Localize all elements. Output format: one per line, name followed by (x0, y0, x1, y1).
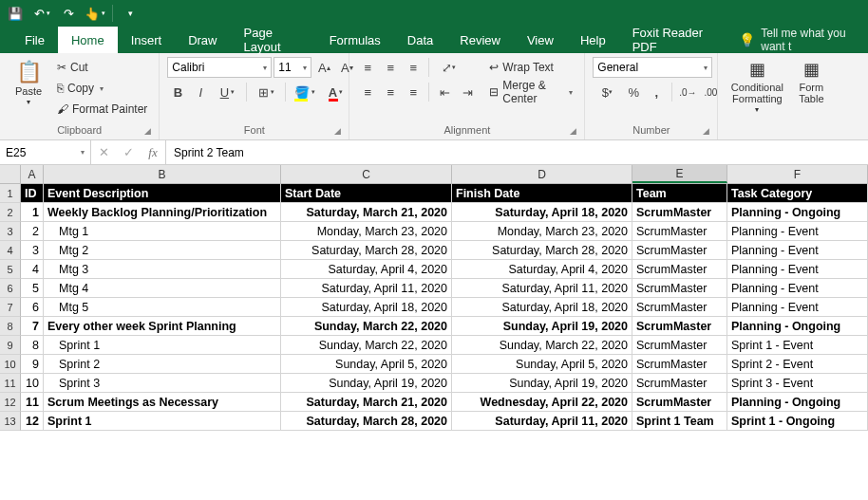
cell[interactable]: Sprint 1 - Event (727, 336, 868, 355)
cell[interactable]: Mtg 1 (44, 222, 281, 241)
align-bottom-button[interactable]: ≡ (403, 57, 424, 78)
cell[interactable]: Scrum Meetings as Necessary (44, 393, 281, 412)
cancel-formula-button[interactable]: ✕ (91, 142, 116, 163)
cell[interactable]: ScrumMaster (632, 298, 727, 317)
cell[interactable]: Saturday, March 21, 2020 (281, 393, 452, 412)
cell[interactable]: ScrumMaster (632, 203, 727, 222)
font-size-combo[interactable]: 11▾ (274, 57, 311, 78)
format-table-button[interactable]: ▦ Form Table (792, 57, 830, 108)
row-header[interactable]: 5 (0, 260, 21, 279)
cell[interactable]: Planning - Event (727, 298, 868, 317)
tab-file[interactable]: File (11, 27, 58, 53)
col-header-f[interactable]: F (727, 165, 868, 183)
align-top-button[interactable]: ≡ (357, 57, 378, 78)
format-painter-button[interactable]: 🖌Format Painter (53, 99, 151, 120)
increase-decimal-button[interactable]: .0→ (677, 82, 698, 102)
cell[interactable]: Saturday, March 28, 2020 (452, 241, 632, 260)
formula-input[interactable]: Sprint 2 Team (166, 140, 868, 164)
cell[interactable]: Planning - Event (727, 260, 868, 279)
cell[interactable]: Saturday, April 11, 2020 (281, 279, 452, 298)
cell[interactable]: Saturday, March 21, 2020 (281, 203, 452, 222)
percent-button[interactable]: % (623, 82, 644, 102)
tab-view[interactable]: View (514, 27, 567, 53)
cell[interactable]: ScrumMaster (632, 317, 727, 336)
tab-help[interactable]: Help (567, 27, 619, 53)
cell[interactable]: Sprint 3 (44, 374, 281, 393)
cell[interactable]: ScrumMaster (632, 241, 727, 260)
row-header[interactable]: 12 (0, 393, 21, 412)
align-right-button[interactable]: ≡ (403, 82, 424, 102)
cell[interactable]: 7 (21, 317, 44, 336)
row-header[interactable]: 13 (0, 412, 21, 431)
paste-button[interactable]: 📋 Paste ▾ (8, 57, 49, 111)
row-header[interactable]: 3 (0, 222, 21, 241)
cell[interactable]: Every other week Sprint Planning (44, 317, 281, 336)
tell-me-search[interactable]: 💡 Tell me what you want t (729, 27, 868, 53)
border-button[interactable]: ⊞▾ (252, 82, 280, 102)
cell[interactable]: Finish Date (452, 184, 632, 203)
row-header[interactable]: 8 (0, 317, 21, 336)
increase-font-button[interactable]: A▴ (313, 57, 334, 78)
underline-button[interactable]: U▾ (213, 82, 241, 102)
align-middle-button[interactable]: ≡ (380, 57, 401, 78)
row-header[interactable]: 1 (0, 184, 21, 203)
row-header[interactable]: 7 (0, 298, 21, 317)
tab-draw[interactable]: Draw (175, 27, 230, 53)
cell[interactable]: Saturday, April 4, 2020 (452, 260, 632, 279)
cell[interactable]: 5 (21, 279, 44, 298)
merge-center-button[interactable]: ⊟Merge & Center▾ (485, 82, 576, 102)
cell[interactable]: ScrumMaster (632, 355, 727, 374)
col-header-b[interactable]: B (44, 165, 281, 183)
name-box[interactable]: E25▾ (0, 140, 91, 164)
cell[interactable]: Sprint 3 - Event (727, 374, 868, 393)
undo-button[interactable]: ↶▾ (30, 2, 53, 25)
enter-formula-button[interactable]: ✓ (116, 142, 141, 163)
orientation-button[interactable]: ⤢▾ (434, 57, 462, 78)
row-header[interactable]: 2 (0, 203, 21, 222)
cell[interactable]: Sunday, April 5, 2020 (281, 355, 452, 374)
cell[interactable]: Saturday, March 28, 2020 (281, 412, 452, 431)
cell[interactable]: Sprint 2 - Event (727, 355, 868, 374)
cell[interactable]: 2 (21, 222, 44, 241)
tab-insert[interactable]: Insert (118, 27, 176, 53)
decrease-indent-button[interactable]: ⇤ (434, 82, 455, 102)
cell[interactable]: Task Category (727, 184, 868, 203)
save-button[interactable]: 💾 (4, 2, 27, 25)
tab-data[interactable]: Data (394, 27, 446, 53)
cell[interactable]: Planning - Event (727, 222, 868, 241)
cell[interactable]: Mtg 4 (44, 279, 281, 298)
cell[interactable]: ID (21, 184, 44, 203)
cell[interactable]: ScrumMaster (632, 279, 727, 298)
cell[interactable]: Saturday, April 18, 2020 (281, 298, 452, 317)
cell[interactable]: Sprint 1 (44, 336, 281, 355)
cell[interactable]: Team (632, 184, 727, 203)
cell[interactable]: Sprint 1 Team (632, 412, 727, 431)
cut-button[interactable]: ✂Cut (53, 57, 151, 78)
tab-formulas[interactable]: Formulas (316, 27, 394, 53)
cell[interactable]: Sunday, March 22, 2020 (281, 317, 452, 336)
cell[interactable]: Mtg 3 (44, 260, 281, 279)
cell[interactable]: ScrumMaster (632, 222, 727, 241)
dialog-launcher[interactable]: ◢ (334, 126, 341, 136)
tab-review[interactable]: Review (446, 27, 514, 53)
align-center-button[interactable]: ≡ (380, 82, 401, 102)
cell[interactable]: 3 (21, 241, 44, 260)
cell[interactable]: Sunday, March 22, 2020 (452, 336, 632, 355)
cell[interactable]: ScrumMaster (632, 260, 727, 279)
font-name-combo[interactable]: Calibri▾ (167, 57, 272, 78)
touch-mode-button[interactable]: 👆▾ (84, 2, 106, 25)
tab-home[interactable]: Home (58, 27, 118, 53)
cell[interactable]: ScrumMaster (632, 336, 727, 355)
cell[interactable]: Sprint 1 - Ongoing (727, 412, 868, 431)
cell[interactable]: Saturday, April 11, 2020 (452, 412, 632, 431)
cell[interactable]: Monday, March 23, 2020 (452, 222, 632, 241)
cell[interactable]: Sunday, April 19, 2020 (452, 317, 632, 336)
cell[interactable]: 11 (21, 393, 44, 412)
cell[interactable]: 12 (21, 412, 44, 431)
accounting-format-button[interactable]: $▾ (593, 82, 621, 102)
col-header-a[interactable]: A (21, 165, 44, 183)
italic-button[interactable]: I (190, 82, 211, 102)
tab-foxit[interactable]: Foxit Reader PDF (619, 27, 730, 53)
cell[interactable]: Planning - Event (727, 279, 868, 298)
font-color-button[interactable]: A▾ (321, 82, 349, 102)
